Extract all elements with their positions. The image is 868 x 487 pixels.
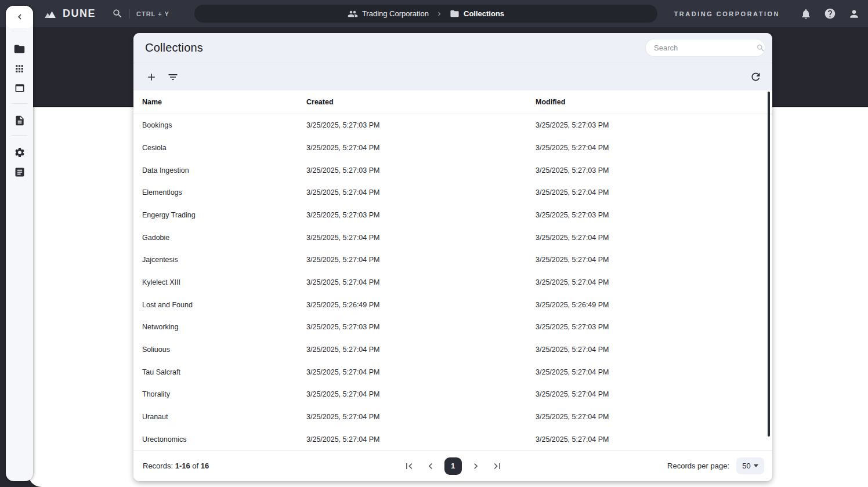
page-title: Collections xyxy=(145,41,203,54)
table-row[interactable]: Lost and Found 3/25/2025, 5:26:49 PM 3/2… xyxy=(133,293,772,316)
column-header-created[interactable]: Created xyxy=(306,98,536,106)
table-scrollbar[interactable] xyxy=(768,92,770,437)
user-icon[interactable] xyxy=(848,8,860,20)
help-icon[interactable] xyxy=(824,8,836,20)
table-row[interactable]: Networking 3/25/2025, 5:27:03 PM 3/25/20… xyxy=(133,316,772,339)
sidebar-item-settings[interactable] xyxy=(10,143,30,162)
cell-name: Urectonomics xyxy=(133,435,306,444)
topbar: DUNE CTRL + Y Trading Corporation Collec… xyxy=(0,0,868,27)
cell-modified: 3/25/2025, 5:27:04 PM xyxy=(536,435,772,444)
cell-created: 3/25/2025, 5:27:04 PM xyxy=(306,435,536,444)
table-body: Bookings 3/25/2025, 5:27:03 PM 3/25/2025… xyxy=(133,114,772,450)
table-row[interactable]: Elementlogs 3/25/2025, 5:27:04 PM 3/25/2… xyxy=(133,181,772,204)
cell-name: Uranaut xyxy=(133,413,306,421)
table-row[interactable]: Urectonomics 3/25/2025, 5:27:04 PM 3/25/… xyxy=(133,428,772,450)
table-row[interactable]: Jajcentesis 3/25/2025, 5:27:04 PM 3/25/2… xyxy=(133,249,772,271)
breadcrumb-current[interactable]: Collections xyxy=(450,9,504,19)
first-page-icon xyxy=(403,460,415,472)
records-range: 1-16 xyxy=(175,461,190,470)
table-row[interactable]: Engergy Trading 3/25/2025, 5:27:03 PM 3/… xyxy=(133,204,772,227)
cell-modified: 3/25/2025, 5:27:04 PM xyxy=(536,346,772,354)
sidebar-divider xyxy=(12,135,27,136)
table-row[interactable]: Kylelect XIII 3/25/2025, 5:27:04 PM 3/25… xyxy=(133,271,772,294)
breadcrumb-current-label: Collections xyxy=(464,9,504,18)
cell-name: Gadobie xyxy=(133,234,306,242)
add-button[interactable] xyxy=(143,68,160,86)
cell-modified: 3/25/2025, 5:27:03 PM xyxy=(536,121,772,129)
sidebar-item-logs[interactable] xyxy=(10,162,30,182)
chevron-down-icon xyxy=(754,464,758,467)
last-page-button[interactable] xyxy=(490,459,505,474)
app-logo[interactable]: DUNE xyxy=(44,8,96,20)
apps-grid-icon xyxy=(14,63,25,74)
table-row[interactable]: Gadobie 3/25/2025, 5:27:04 PM 3/25/2025,… xyxy=(133,226,772,249)
chevron-right-icon xyxy=(435,10,443,18)
search-icon[interactable] xyxy=(756,43,765,53)
breadcrumb: Trading Corporation Collections xyxy=(194,5,657,23)
cell-modified: 3/25/2025, 5:27:03 PM xyxy=(536,323,772,331)
shortcut-hint: CTRL + Y xyxy=(136,10,169,17)
sidebar-collapse-button[interactable] xyxy=(6,6,33,28)
sidebar-item-documents[interactable] xyxy=(10,111,30,130)
table-row[interactable]: Bookings 3/25/2025, 5:27:03 PM 3/25/2025… xyxy=(133,114,772,137)
previous-page-button[interactable] xyxy=(423,459,438,474)
logo-text: DUNE xyxy=(63,8,96,20)
people-icon xyxy=(348,9,358,19)
cell-created: 3/25/2025, 5:27:04 PM xyxy=(306,368,536,376)
breadcrumb-org[interactable]: Trading Corporation xyxy=(348,9,429,19)
table-row[interactable]: Tau Salcraft 3/25/2025, 5:27:04 PM 3/25/… xyxy=(133,361,772,383)
table-header-row: Name Created Modified xyxy=(133,90,772,114)
records-per-page-value: 50 xyxy=(742,461,750,470)
table-row[interactable]: Thorality 3/25/2025, 5:27:04 PM 3/25/202… xyxy=(133,383,772,406)
table-row[interactable]: Uranaut 3/25/2025, 5:27:04 PM 3/25/2025,… xyxy=(133,406,772,428)
sidebar xyxy=(6,6,33,481)
chevron-right-icon xyxy=(470,460,482,472)
cell-name: Lost and Found xyxy=(133,301,306,309)
cell-modified: 3/25/2025, 5:27:04 PM xyxy=(536,234,772,242)
records-total: 16 xyxy=(201,461,209,470)
next-page-button[interactable] xyxy=(468,459,483,474)
cell-name: Elementlogs xyxy=(133,188,306,197)
cell-modified: 3/25/2025, 5:27:04 PM xyxy=(536,188,772,197)
toolbar xyxy=(133,63,772,90)
column-header-modified[interactable]: Modified xyxy=(536,98,772,106)
cell-modified: 3/25/2025, 5:27:04 PM xyxy=(536,278,772,286)
filter-button[interactable] xyxy=(164,68,182,86)
org-name-label: TRADING CORPORATION xyxy=(674,10,780,17)
pagination: 1 xyxy=(402,457,505,475)
records-per-page-select[interactable]: 50 xyxy=(736,457,764,474)
table-row[interactable]: Data Ingestion 3/25/2025, 5:27:03 PM 3/2… xyxy=(133,159,772,181)
search-box[interactable] xyxy=(646,39,765,56)
sidebar-item-apps[interactable] xyxy=(10,59,30,78)
table-row[interactable]: Cesiola 3/25/2025, 5:27:04 PM 3/25/2025,… xyxy=(133,137,772,159)
sidebar-item-collections[interactable] xyxy=(10,39,30,59)
search-icon[interactable] xyxy=(112,8,123,19)
sidebar-item-windows[interactable] xyxy=(10,78,30,98)
article-icon xyxy=(14,166,26,178)
cell-name: Kylelect XIII xyxy=(133,278,306,286)
cell-modified: 3/25/2025, 5:27:04 PM xyxy=(536,390,772,398)
sidebar-divider xyxy=(12,31,27,31)
table-row[interactable]: Soliuous 3/25/2025, 5:27:04 PM 3/25/2025… xyxy=(133,339,772,361)
sidebar-divider xyxy=(12,103,27,104)
bell-icon[interactable] xyxy=(800,8,812,20)
refresh-button[interactable] xyxy=(747,68,764,86)
cell-modified: 3/25/2025, 5:27:04 PM xyxy=(536,368,772,376)
cell-name: Cesiola xyxy=(133,144,306,152)
first-page-button[interactable] xyxy=(402,459,417,474)
cell-modified: 3/25/2025, 5:27:04 PM xyxy=(536,144,772,152)
records-summary: Records: 1-16 of 16 xyxy=(143,461,209,470)
cell-name: Data Ingestion xyxy=(133,166,306,175)
card-header: Collections xyxy=(133,33,772,90)
cell-name: Networking xyxy=(133,323,306,331)
cell-created: 3/25/2025, 5:27:04 PM xyxy=(306,256,536,264)
gear-icon xyxy=(14,147,26,158)
records-per-page-label: Records per page: xyxy=(667,461,729,470)
current-page-button[interactable]: 1 xyxy=(444,457,462,475)
search-input[interactable] xyxy=(654,43,756,52)
cell-name: Tau Salcraft xyxy=(133,368,306,376)
document-icon xyxy=(14,115,26,126)
cell-created: 3/25/2025, 5:27:04 PM xyxy=(306,144,536,152)
column-header-name[interactable]: Name xyxy=(133,98,306,106)
topbar-divider xyxy=(129,9,130,19)
